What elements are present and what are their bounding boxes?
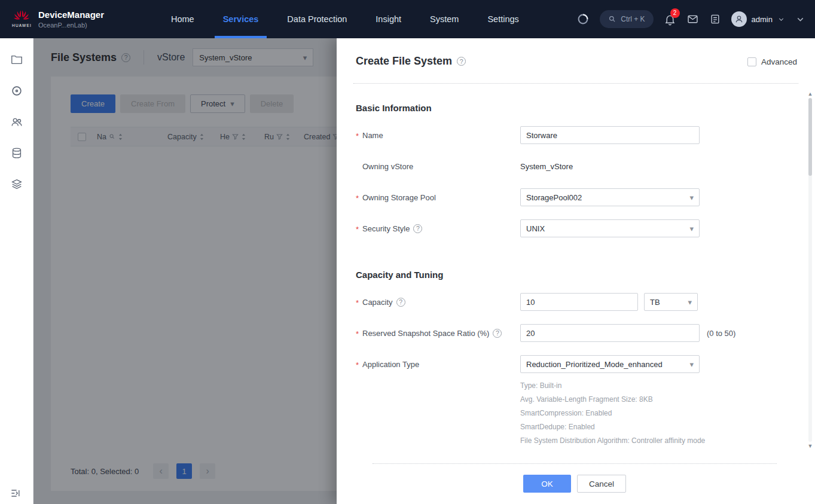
global-search[interactable]: Ctrl + K bbox=[600, 10, 653, 28]
notification-badge: 2 bbox=[670, 8, 680, 18]
name-input[interactable] bbox=[520, 126, 700, 144]
drawer-header: Create File System Advanced bbox=[337, 38, 815, 68]
info-distribution-algorithm: File System Distribution Algorithm: Cont… bbox=[520, 434, 793, 448]
sidebar-item-layers[interactable] bbox=[0, 169, 33, 200]
chevron-down-icon bbox=[689, 194, 694, 201]
advanced-toggle[interactable]: Advanced bbox=[747, 57, 797, 66]
nav-home-label: Home bbox=[171, 14, 194, 24]
messages-icon bbox=[686, 13, 699, 26]
owning-storage-pool-label: Owning Storage Pool bbox=[362, 193, 436, 202]
create-file-system-drawer: Create File System Advanced Basic Inform… bbox=[337, 38, 815, 504]
search-icon bbox=[608, 15, 616, 23]
layers-icon bbox=[10, 178, 23, 191]
navbar-actions: Ctrl + K 2 admin bbox=[576, 0, 805, 38]
owning-vstore-value: System_vStore bbox=[520, 162, 573, 171]
dotted-divider bbox=[353, 83, 798, 84]
application-type-select[interactable]: Reduction_Prioritized_Mode_enhanced bbox=[520, 355, 700, 373]
info-smartcompression: SmartCompression: Enabled bbox=[520, 407, 793, 420]
chevron-down-icon bbox=[688, 298, 692, 306]
info-type: Type: Built-in bbox=[520, 379, 793, 393]
nav-services[interactable]: Services bbox=[209, 0, 273, 38]
snapshot-ratio-input[interactable] bbox=[520, 324, 700, 342]
capacity-row: Capacity TB bbox=[356, 293, 793, 311]
security-style-label: Security Style bbox=[362, 224, 410, 233]
sidebar-item-database[interactable] bbox=[0, 138, 33, 169]
user-menu[interactable]: admin bbox=[731, 11, 785, 27]
navbar-chevron-down-icon[interactable] bbox=[795, 14, 805, 25]
owning-storage-pool-row: Owning Storage Pool StoragePool002 bbox=[356, 188, 793, 206]
dotted-divider bbox=[373, 463, 777, 464]
brand: HUAWEI DeviceManager OceanP...enLab) bbox=[0, 10, 104, 29]
application-type-info: Type: Built-in Avg. Variable-Length Frag… bbox=[520, 379, 793, 448]
chevron-down-icon bbox=[689, 361, 694, 368]
sidebar-item-disc[interactable] bbox=[0, 75, 33, 106]
nav-insight[interactable]: Insight bbox=[361, 0, 416, 38]
main-nav: Home Services Data Protection Insight Sy… bbox=[157, 0, 533, 38]
owning-storage-pool-select[interactable]: StoragePool002 bbox=[520, 188, 700, 206]
folder-icon bbox=[10, 53, 23, 66]
advanced-checkbox[interactable] bbox=[747, 57, 756, 66]
owning-storage-pool-value: StoragePool002 bbox=[526, 193, 582, 202]
name-row: Name bbox=[356, 126, 793, 144]
ok-button[interactable]: OK bbox=[523, 475, 571, 493]
scrollbar-thumb[interactable] bbox=[808, 98, 812, 176]
report-icon bbox=[709, 13, 721, 25]
huawei-logo-icon: HUAWEI bbox=[12, 10, 32, 28]
tasks-button[interactable] bbox=[709, 13, 721, 25]
drawer-body: Basic Information Name Owning vStore Sys… bbox=[337, 103, 815, 493]
info-fragment-size: Avg. Variable-Length Fragment Size: 8KB bbox=[520, 393, 793, 407]
nav-system[interactable]: System bbox=[416, 0, 473, 38]
capacity-unit-value: TB bbox=[650, 298, 660, 307]
cancel-button[interactable]: Cancel bbox=[577, 475, 626, 493]
help-icon[interactable] bbox=[493, 329, 502, 338]
application-type-value: Reduction_Prioritized_Mode_enhanced bbox=[526, 360, 663, 369]
huawei-flower-icon bbox=[14, 10, 29, 23]
snapshot-ratio-hint: (0 to 50) bbox=[707, 329, 735, 338]
chevron-down-icon bbox=[689, 225, 694, 233]
security-style-select[interactable]: UNIX bbox=[520, 219, 700, 237]
search-shortcut: Ctrl + K bbox=[621, 15, 645, 23]
messages-button[interactable] bbox=[686, 13, 699, 26]
notifications-button[interactable]: 2 bbox=[664, 13, 676, 26]
help-icon[interactable] bbox=[396, 298, 405, 307]
app-title: DeviceManager bbox=[38, 10, 104, 20]
collapse-sidebar-button[interactable] bbox=[10, 487, 22, 499]
chevron-down-icon bbox=[777, 16, 785, 23]
collapse-sidebar-icon bbox=[10, 487, 22, 499]
capacity-input[interactable] bbox=[520, 293, 638, 311]
name-label: Name bbox=[362, 131, 383, 140]
disc-icon bbox=[10, 84, 23, 97]
capacity-tuning-heading: Capacity and Tuning bbox=[356, 270, 793, 280]
user-icon bbox=[734, 14, 744, 25]
basic-information-heading: Basic Information bbox=[356, 103, 793, 113]
nav-home[interactable]: Home bbox=[157, 0, 209, 38]
application-type-row: Application Type Reduction_Prioritized_M… bbox=[356, 355, 793, 373]
huawei-wordmark: HUAWEI bbox=[12, 24, 32, 28]
owning-vstore-row: Owning vStore System_vStore bbox=[356, 157, 793, 175]
top-navbar: HUAWEI DeviceManager OceanP...enLab) Hom… bbox=[0, 0, 815, 38]
owning-vstore-label: Owning vStore bbox=[362, 162, 413, 171]
capacity-unit-select[interactable]: TB bbox=[644, 293, 698, 311]
nav-data-protection[interactable]: Data Protection bbox=[273, 0, 361, 38]
avatar bbox=[731, 11, 747, 27]
security-style-row: Security Style UNIX bbox=[356, 219, 793, 237]
help-icon[interactable] bbox=[457, 57, 466, 66]
security-style-value: UNIX bbox=[526, 224, 545, 233]
snapshot-ratio-row: Reserved Snapshot Space Ratio (%) (0 to … bbox=[356, 324, 793, 342]
sidebar-item-folder[interactable] bbox=[0, 44, 33, 75]
scroll-up-arrow[interactable] bbox=[808, 91, 813, 97]
scroll-down-arrow[interactable] bbox=[808, 443, 813, 449]
users-icon bbox=[10, 115, 23, 129]
help-icon[interactable] bbox=[413, 224, 422, 233]
nav-insight-label: Insight bbox=[376, 14, 401, 24]
sidebar-item-users[interactable] bbox=[0, 106, 33, 138]
snapshot-ratio-label: Reserved Snapshot Space Ratio (%) bbox=[362, 329, 489, 338]
capacity-ring-icon[interactable] bbox=[576, 13, 590, 26]
drawer-title-text: Create File System bbox=[356, 55, 452, 68]
info-smartdedupe: SmartDedupe: Enabled bbox=[520, 420, 793, 434]
drawer-scrollbar bbox=[807, 91, 813, 449]
nav-services-label: Services bbox=[223, 14, 259, 24]
nav-settings[interactable]: Settings bbox=[473, 0, 533, 38]
scrollbar-track[interactable] bbox=[808, 98, 812, 442]
device-name: OceanP...enLab) bbox=[38, 22, 104, 29]
